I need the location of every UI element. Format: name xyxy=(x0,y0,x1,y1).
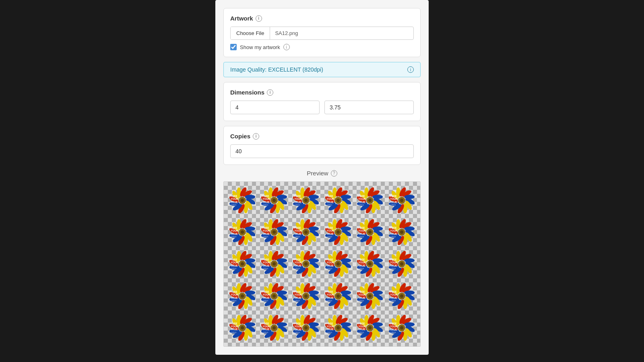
svg-point-7 xyxy=(244,203,248,213)
svg-point-361 xyxy=(300,283,305,294)
svg-point-364 xyxy=(309,290,319,295)
sticker: I SEEYOURTRUEcolors xyxy=(260,282,288,310)
svg-point-310 xyxy=(405,258,415,263)
svg-point-199 xyxy=(396,219,400,230)
dimensions-label: Dimensions xyxy=(230,89,264,96)
svg-point-271 xyxy=(332,251,337,261)
list-item: I SEEYOURTRUEcolors xyxy=(355,217,385,247)
svg-point-307 xyxy=(396,251,400,261)
show-artwork-info-icon[interactable]: i xyxy=(283,44,290,50)
svg-text:TRUE: TRUE xyxy=(326,296,334,299)
svg-point-223 xyxy=(244,267,248,277)
list-item: I SEEYOURTRUEcolors xyxy=(291,217,321,247)
copies-info-icon[interactable]: i xyxy=(253,133,259,140)
svg-text:TRUE: TRUE xyxy=(326,200,334,203)
svg-point-292 xyxy=(372,258,383,263)
svg-point-337 xyxy=(240,294,244,298)
svg-text:YOUR: YOUR xyxy=(262,293,270,296)
svg-text:YOUR: YOUR xyxy=(358,197,366,200)
sticker: I SEEYOURTRUEcolors xyxy=(388,186,416,214)
list-item: I SEEYOURTRUEcolors xyxy=(387,217,417,247)
svg-text:TRUE: TRUE xyxy=(231,264,238,267)
svg-text:TRUE: TRUE xyxy=(326,328,334,331)
svg-point-241 xyxy=(275,267,280,277)
sticker: I SEEYOURTRUEcolors xyxy=(324,186,352,214)
svg-point-181 xyxy=(364,219,369,230)
sticker: I SEEYOURTRUEcolors xyxy=(228,186,256,214)
preview-info-icon[interactable]: ? xyxy=(331,170,337,177)
show-artwork-checkbox[interactable] xyxy=(230,44,237,50)
svg-point-256 xyxy=(309,258,319,263)
list-item: I SEEYOURTRUEcolors xyxy=(259,313,289,343)
svg-text:colors: colors xyxy=(358,331,364,333)
sticker: I SEEYOURTRUEcolors xyxy=(260,313,288,342)
quality-banner[interactable]: Image Quality: EXCELLENT (820dpi) i xyxy=(223,62,421,77)
list-item: I SEEYOURTRUEcolors xyxy=(323,313,353,343)
svg-point-436 xyxy=(245,322,255,327)
svg-point-427 xyxy=(400,294,404,298)
list-item: I SEEYOURTRUEcolors xyxy=(227,281,257,311)
svg-point-355 xyxy=(272,294,276,298)
choose-file-button[interactable]: Choose File xyxy=(231,27,270,39)
svg-text:YOUR: YOUR xyxy=(294,197,302,200)
svg-point-526 xyxy=(405,322,415,327)
svg-point-421 xyxy=(403,298,408,309)
svg-text:TRUE: TRUE xyxy=(262,296,270,299)
svg-text:YOUR: YOUR xyxy=(231,293,238,296)
svg-point-328 xyxy=(245,290,255,295)
svg-point-400 xyxy=(372,290,383,295)
svg-point-25 xyxy=(275,203,280,213)
svg-point-439 xyxy=(244,330,248,341)
dimensions-info-icon[interactable]: i xyxy=(267,89,273,96)
svg-point-505 xyxy=(364,315,369,325)
svg-point-187 xyxy=(371,234,376,245)
svg-point-127 xyxy=(268,219,273,230)
svg-point-115 xyxy=(244,234,248,245)
svg-text:TRUE: TRUE xyxy=(294,328,301,331)
sticker: I SEEYOURTRUEcolors xyxy=(355,282,384,310)
svg-text:colors: colors xyxy=(231,235,237,238)
svg-text:TRUE: TRUE xyxy=(358,232,365,235)
svg-point-148 xyxy=(309,226,319,231)
svg-point-139 xyxy=(272,230,276,234)
sticker: I SEEYOURTRUEcolors xyxy=(388,282,416,310)
svg-text:I SEE: I SEE xyxy=(358,226,365,229)
svg-point-274 xyxy=(341,258,351,263)
sticker: I SEEYOURTRUEcolors xyxy=(260,250,288,278)
svg-text:YOUR: YOUR xyxy=(326,229,334,232)
svg-point-169 xyxy=(339,234,344,245)
list-item: I SEEYOURTRUEcolors xyxy=(387,313,417,343)
svg-text:colors: colors xyxy=(358,267,364,269)
list-item: I SEEYOURTRUEcolors xyxy=(259,217,289,247)
svg-text:YOUR: YOUR xyxy=(294,293,302,296)
svg-point-265 xyxy=(304,262,308,266)
svg-point-40 xyxy=(309,195,319,199)
sticker: I SEEYOURTRUEcolors xyxy=(292,186,320,214)
svg-text:YOUR: YOUR xyxy=(262,325,270,328)
file-name-display: SA12.png xyxy=(270,27,413,39)
svg-text:colors: colors xyxy=(326,299,332,302)
quality-info-icon[interactable]: i xyxy=(407,66,414,73)
file-input-row: Choose File SA12.png xyxy=(230,27,414,40)
svg-text:I SEE: I SEE xyxy=(390,258,397,261)
svg-text:colors: colors xyxy=(358,299,364,302)
copies-input[interactable] xyxy=(230,144,414,158)
show-artwork-label: Show my artwork xyxy=(240,44,280,50)
artwork-info-icon[interactable]: i xyxy=(256,15,262,22)
svg-point-523 xyxy=(396,315,400,325)
sticker: I SEEYOURTRUEcolors xyxy=(324,250,352,278)
svg-point-79 xyxy=(371,203,376,213)
width-input[interactable] xyxy=(230,101,320,114)
height-input[interactable] xyxy=(324,101,414,114)
sticker: I SEEYOURTRUEcolors xyxy=(324,218,352,246)
svg-text:TRUE: TRUE xyxy=(262,264,270,267)
svg-text:I SEE: I SEE xyxy=(231,258,237,261)
svg-text:TRUE: TRUE xyxy=(294,232,301,235)
preview-title-row: Preview ? xyxy=(223,170,421,177)
svg-text:I SEE: I SEE xyxy=(294,194,301,197)
svg-point-55 xyxy=(332,187,337,198)
svg-point-61 xyxy=(339,203,344,213)
list-item: I SEEYOURTRUEcolors xyxy=(323,249,353,279)
svg-text:I SEE: I SEE xyxy=(262,258,269,261)
svg-text:YOUR: YOUR xyxy=(390,229,398,232)
